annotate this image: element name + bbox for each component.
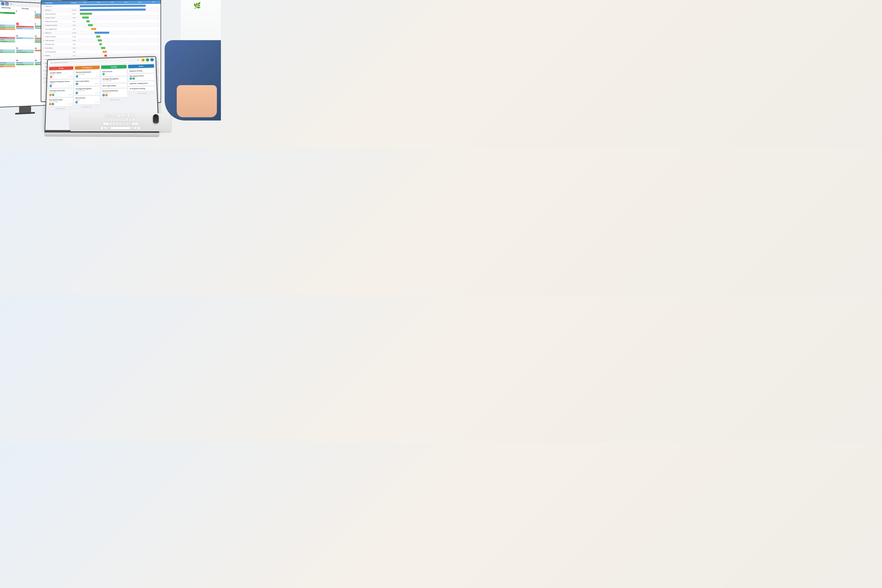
gantt-row-num-9: 9 xyxy=(41,36,45,38)
add-task-inprogress[interactable]: + Add New Task xyxy=(74,105,100,108)
add-task-todo[interactable]: + Add New Task xyxy=(48,107,72,110)
key-h[interactable]: H xyxy=(122,118,125,121)
card-date-search: 12 Jan xyxy=(68,103,72,104)
gantt-row-num-15: 15 xyxy=(41,59,45,60)
toolbar-icon-1[interactable]: ⊞ xyxy=(141,58,145,62)
cal-date-14: 14 xyxy=(0,34,15,37)
cal-cell-14: 14 Server Maintenance New Interface Expe… xyxy=(0,34,16,46)
key-r[interactable]: R xyxy=(114,114,117,117)
card-subtitle-promotion: View Subtasks xyxy=(50,92,72,93)
card-footer-ui-icons-ip: PM 31 Jul xyxy=(75,101,98,104)
gantt-row-name-8: Milestone 2 xyxy=(44,32,70,33)
date-label-5: 16 Feb xyxy=(133,2,147,3)
progress-label: 0% xyxy=(10,3,12,5)
gantt-bar-13 xyxy=(103,51,106,53)
key-t[interactable]: T xyxy=(117,114,120,117)
key-alt[interactable]: Alt xyxy=(107,127,110,129)
key-m[interactable]: M xyxy=(129,123,132,125)
kanban-card-login-test: New Login Dialog xyxy=(101,84,127,88)
key-s[interactable]: S xyxy=(110,118,112,121)
computer-mouse[interactable] xyxy=(153,114,159,123)
gantt-row-name-4: Creation of project xyxy=(44,17,70,18)
avatar-pm-test: PM xyxy=(102,73,105,75)
cal-event-new-interface: New Interface xyxy=(0,39,15,41)
kanban-card-revenue-test: Revenue Dashboard View Subtasks PM AI xyxy=(101,89,127,98)
card-subtitle-search: Approved Budget xyxy=(49,101,72,102)
kanban-toolbar-icons: ⊞ ☰ ⚙ xyxy=(141,58,154,62)
gantt-row-chart-13 xyxy=(78,50,160,54)
key-d[interactable]: D xyxy=(112,118,116,121)
key-a[interactable]: A xyxy=(106,118,109,121)
key-c[interactable]: C xyxy=(116,123,118,125)
gantt-row-dur-13: 2 days xyxy=(70,51,78,52)
date-label-3: 2 Feb xyxy=(105,2,119,3)
kanban-card-search-panel-done: New Search Panel PM AI xyxy=(128,74,154,81)
gantt-row-num-6: 6 xyxy=(41,25,45,26)
key-b[interactable]: B xyxy=(122,123,125,125)
key-z[interactable]: Z xyxy=(110,123,112,125)
key-q[interactable]: Q xyxy=(105,114,108,117)
card-title-revenue: Revenue Dashboard xyxy=(76,71,98,73)
key-x[interactable]: X xyxy=(112,123,116,125)
card-subtitle-upgrade: Ongoing xyxy=(50,82,72,84)
key-alt-r[interactable]: Alt xyxy=(131,127,134,129)
key-f[interactable]: F xyxy=(116,118,118,121)
key-ctrl-r[interactable]: Ctrl xyxy=(134,127,140,129)
col-header-testing: Testing xyxy=(101,65,126,69)
key-p[interactable]: P xyxy=(134,114,136,117)
key-n[interactable]: N xyxy=(126,123,128,125)
key-o[interactable]: O xyxy=(130,114,133,117)
key-shift[interactable]: ⇧ xyxy=(103,123,109,125)
key-i[interactable]: I xyxy=(127,114,130,117)
gantt-task-row-8: 8Milestone 210 days xyxy=(41,31,160,35)
key-u[interactable]: U xyxy=(124,114,127,117)
key-l[interactable]: L xyxy=(132,118,135,121)
day-header-wed: Wednesday xyxy=(0,6,16,9)
cal-cell-2: 2 xyxy=(16,10,34,22)
gantt-row-num-4: 4 xyxy=(41,17,45,18)
gantt-task-row-6: 6Subsystems interfaces2 days xyxy=(41,23,160,27)
key-e[interactable]: E xyxy=(111,114,114,117)
toolbar-icon-2[interactable]: ☰ xyxy=(146,58,149,62)
key-j[interactable]: J xyxy=(126,118,128,121)
card-avatars-ui-test: PM xyxy=(102,73,105,75)
card-title-login: New Login Dialog xyxy=(76,80,98,82)
kanban-card-promotion: Promotion Discounts View Subtasks AI AI … xyxy=(48,88,73,97)
avatar-pm-ui: PM xyxy=(75,101,78,104)
add-task-done[interactable]: + Add New Task xyxy=(129,92,155,95)
card-avatars-search: AI PM xyxy=(49,103,54,105)
card-title-ui-icons-ip: New UI Icons xyxy=(75,97,98,99)
gantt-row-num-10: 10 xyxy=(41,40,45,41)
key-v[interactable]: V xyxy=(119,123,122,125)
gantt-task-row-7: 7First compilable client2 days xyxy=(41,27,160,31)
gantt-task-row-11: 11Basic game logic1 day xyxy=(41,42,160,46)
gantt-bar-7 xyxy=(91,28,96,30)
user-icon: 👤 xyxy=(1,2,4,5)
close-icon[interactable]: ✕ xyxy=(137,59,139,61)
key-y[interactable]: Y xyxy=(121,114,123,117)
toolbar-icon-3[interactable]: ⚙ xyxy=(150,58,154,62)
cal-event-real-estate: Real Estate Appt xyxy=(0,28,15,30)
gantt-bar-6 xyxy=(88,24,93,26)
gantt-row-name-13: First client prototype xyxy=(44,51,70,52)
avatar-ai1: AI xyxy=(49,94,52,96)
key-enter[interactable]: ↵ xyxy=(132,123,138,125)
key-g[interactable]: G xyxy=(119,118,122,121)
add-task-testing[interactable]: + Add New Task xyxy=(101,98,127,101)
gantt-row-num-5: 5 xyxy=(41,21,45,22)
avatar-pm-rev-test: PM xyxy=(102,94,105,96)
cal-event-new-project: New Project... xyxy=(16,62,34,63)
gantt-row-chart-2 xyxy=(78,8,160,12)
gantt-row-name-14: Bugfixing xyxy=(44,55,70,56)
gantt-row-chart-8 xyxy=(78,31,160,34)
clock-icon: 🕐 xyxy=(0,2,0,5)
key-space[interactable] xyxy=(111,127,130,129)
kanban-card-upgrade: Upgrade Production Server Ongoing PM 31 … xyxy=(48,80,73,88)
key-ctrl[interactable]: Ctrl xyxy=(101,127,107,129)
card-subtitle-revenue-test: View Subtasks xyxy=(102,92,126,94)
gantt-task-col-header: Task Name xyxy=(44,2,70,4)
key-k[interactable]: K xyxy=(129,118,132,121)
key-w[interactable]: W xyxy=(108,114,111,117)
laptop-base xyxy=(44,132,159,137)
monitor-base xyxy=(15,112,35,115)
